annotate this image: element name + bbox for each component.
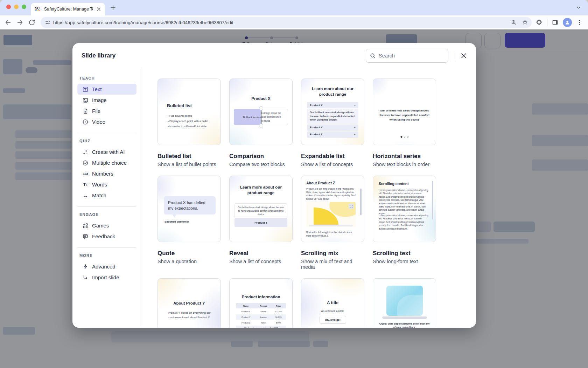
preview-expandable-list[interactable]: Learn more about our product range Produ… <box>301 79 364 145</box>
sidebar-section-heading: TEACH <box>79 76 141 80</box>
window-controls <box>6 5 26 9</box>
slide-template-card: Bulleted list Has several points Display… <box>158 79 221 167</box>
slide-library-sidebar: TEACH Text Image File Video <box>72 68 141 328</box>
site-info-icon[interactable] <box>45 20 50 25</box>
tab-close-icon[interactable] <box>96 6 102 12</box>
slide-template-card: Our brilliant new sleek design allows th… <box>373 79 436 167</box>
sidebar-divider <box>77 247 136 248</box>
sidebar-item-games[interactable]: Games <box>77 220 136 231</box>
sidebar-item-text[interactable]: Text <box>77 84 136 95</box>
toolbar-actions <box>532 18 588 27</box>
slide-library-modal: Slide library TEACH Text Image <box>72 43 476 328</box>
slide-template-card: Product X has defied my expectations. Sa… <box>158 176 221 270</box>
sidebar-item-feedback[interactable]: Feedback <box>77 231 136 242</box>
laptop-illustration <box>386 286 423 316</box>
preview-scrolling-mix[interactable]: About Product Z Product Z is our third p… <box>301 176 364 242</box>
chevron-down-icon[interactable] <box>575 4 582 11</box>
menu-icon[interactable] <box>576 19 583 26</box>
preview-reveal[interactable]: Learn more about our product range Our b… <box>229 176 293 242</box>
sidebar-item-numbers[interactable]: 123 Numbers <box>77 168 136 179</box>
card-description: Show a list of concepts <box>301 162 364 167</box>
words-icon: TT <box>82 182 89 188</box>
card-title: Bulleted list <box>158 153 221 160</box>
profile-icon[interactable] <box>563 18 572 27</box>
carousel-dots <box>400 136 408 138</box>
comparison-handle <box>259 124 263 128</box>
preview-scrolling-text[interactable]: Scrolling content Lorem ipsum dolor sit … <box>373 176 436 242</box>
sidebar-item-create-with-ai[interactable]: Create with AI <box>77 146 136 157</box>
modal-title: Slide library <box>82 52 366 59</box>
card-description: Show text blocks in order <box>373 162 436 167</box>
preview-bullets: Has several points Displays each point w… <box>168 113 208 129</box>
tab-strip: SC SafetyCulture: Manage Teams and... <box>0 0 588 15</box>
preview-image-slide[interactable]: Crystal clear display performs better th… <box>373 278 436 328</box>
comparison-divider <box>261 108 261 126</box>
reveal-button: Product Y <box>234 218 287 227</box>
card-description: Compare two text blocks <box>229 162 293 167</box>
card-title: Comparison <box>229 153 293 160</box>
zoom-icon[interactable] <box>511 19 517 26</box>
card-description: Show long-form text <box>373 259 436 264</box>
text-icon <box>82 86 89 93</box>
sidebar-divider <box>77 133 136 133</box>
forward-icon[interactable] <box>16 19 24 26</box>
tab-title: SafetyCulture: Manage Teams and... <box>44 7 93 12</box>
sidebar-item-match[interactable]: ↔ Match <box>77 190 136 201</box>
slide-template-card: Learn more about our product range Our b… <box>229 176 293 270</box>
back-icon[interactable] <box>4 19 12 26</box>
sc-favicon: SC <box>35 6 41 12</box>
card-description: Show a mix of text and media <box>301 259 364 270</box>
sidebar-item-image[interactable]: Image <box>77 95 136 105</box>
games-icon <box>82 223 89 229</box>
modal-body: TEACH Text Image File Video <box>72 68 476 328</box>
browser-tab[interactable]: SC SafetyCulture: Manage Teams and... <box>31 3 105 15</box>
laptop-illustration <box>306 202 356 227</box>
sidebar-item-video[interactable]: Video <box>77 116 136 127</box>
search-input[interactable] <box>379 53 444 59</box>
url-bar[interactable]: https://app.safetyculture.com/training/m… <box>41 17 532 28</box>
preview-bulleted-list[interactable]: Bulleted list Has several points Display… <box>158 79 221 145</box>
slide-template-card: A title An optional subtitle OK, let's g… <box>301 278 364 328</box>
preview-horizontal-series[interactable]: Our brilliant new sleek design allows th… <box>373 79 436 145</box>
preview-about-product-y[interactable]: About Product Y Product Y builds on ever… <box>158 278 221 328</box>
preview-quote[interactable]: Product X has defied my expectations. Sa… <box>158 176 221 242</box>
sidebar-item-multiple-choice[interactable]: Multiple choice <box>77 157 136 168</box>
quote-attribution: Satisfied customer <box>164 220 189 223</box>
window-zoom-button[interactable] <box>22 5 26 9</box>
preview-product-information[interactable]: Product Information Name Format Price Pr… <box>229 278 293 328</box>
sidebar-item-words[interactable]: TT Words <box>77 179 136 190</box>
card-title: Horizontal series <box>373 153 436 160</box>
window-close-button[interactable] <box>6 5 11 9</box>
card-title: Quote <box>158 250 221 257</box>
comparison-widget: k design allows the leled comfort when e… <box>234 109 288 125</box>
match-icon: ↔ <box>82 192 89 199</box>
reload-icon[interactable] <box>28 19 36 26</box>
slide-template-card: About Product Z Product Z is our third p… <box>301 176 364 270</box>
search-box[interactable] <box>366 49 448 63</box>
slide-template-card: Learn more about our product range Produ… <box>301 79 364 167</box>
close-icon[interactable] <box>460 52 468 60</box>
extensions-icon[interactable] <box>536 19 543 26</box>
slide-template-card: Scrolling content Lorem ipsum dolor sit … <box>373 176 436 270</box>
new-tab-icon[interactable] <box>110 4 117 11</box>
toolbar-separator <box>547 19 547 26</box>
sparkles-icon <box>82 149 89 155</box>
preview-scrollbar <box>432 181 433 219</box>
browser-toolbar: https://app.safetyculture.com/training/m… <box>0 15 588 29</box>
preview-comparison[interactable]: Product X k design allows the leled comf… <box>229 79 293 145</box>
feedback-icon <box>82 233 89 240</box>
preview-a-title[interactable]: A title An optional subtitle OK, let's g… <box>301 278 364 328</box>
modal-header: Slide library <box>72 43 476 68</box>
comparison-left-panel: Brilliant in ever <box>234 109 261 125</box>
preview-scrollbar <box>360 189 362 215</box>
window-minimize-button[interactable] <box>14 5 19 9</box>
side-panel-icon[interactable] <box>552 19 559 26</box>
bookmark-star-icon[interactable] <box>522 19 528 26</box>
slide-template-card: About Product Y Product Y builds on ever… <box>158 278 221 328</box>
browser-window: SC SafetyCulture: Manage Teams and... <box>0 0 588 368</box>
quote-bubble: Product X has defied my expectations. <box>164 196 216 214</box>
sidebar-item-import-slide[interactable]: Import slide <box>77 272 136 283</box>
sidebar-item-advanced[interactable]: Advanced <box>77 261 136 272</box>
import-icon <box>82 274 89 281</box>
sidebar-item-file[interactable]: File <box>77 105 136 116</box>
